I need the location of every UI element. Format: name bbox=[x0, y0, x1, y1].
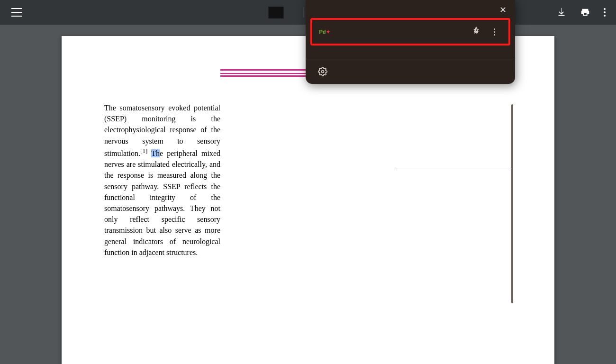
extensions-header: ✕ bbox=[306, 0, 515, 17]
scrollbar[interactable] bbox=[511, 24, 513, 36]
more-icon[interactable] bbox=[494, 28, 495, 36]
extensions-panel: ✕ Pd✦ bbox=[306, 0, 515, 84]
right-column bbox=[235, 98, 512, 264]
pin-icon[interactable] bbox=[472, 27, 480, 37]
page-number-input[interactable] bbox=[268, 7, 283, 18]
manage-extensions-row[interactable] bbox=[306, 59, 515, 84]
toolbar-right bbox=[556, 7, 606, 18]
left-column: The somatosensory evoked potential (SSEP… bbox=[104, 98, 220, 264]
download-icon[interactable] bbox=[556, 7, 567, 18]
print-icon[interactable] bbox=[580, 7, 590, 18]
pdf-page: The somatosensory evoked potential (SSEP… bbox=[62, 36, 554, 364]
menu-icon[interactable] bbox=[11, 8, 22, 17]
no-access-section bbox=[306, 46, 515, 59]
paragraph: The somatosensory evoked potential (SSEP… bbox=[104, 102, 220, 258]
pdf-mage-icon: Pd✦ bbox=[319, 26, 330, 37]
columns: The somatosensory evoked potential (SSEP… bbox=[104, 98, 512, 264]
gear-icon bbox=[318, 67, 327, 76]
extension-row-highlighted[interactable]: Pd✦ bbox=[310, 18, 510, 46]
svg-point-0 bbox=[322, 71, 324, 73]
divider bbox=[303, 7, 304, 18]
close-icon[interactable]: ✕ bbox=[499, 5, 507, 15]
more-menu-icon[interactable] bbox=[604, 8, 606, 17]
